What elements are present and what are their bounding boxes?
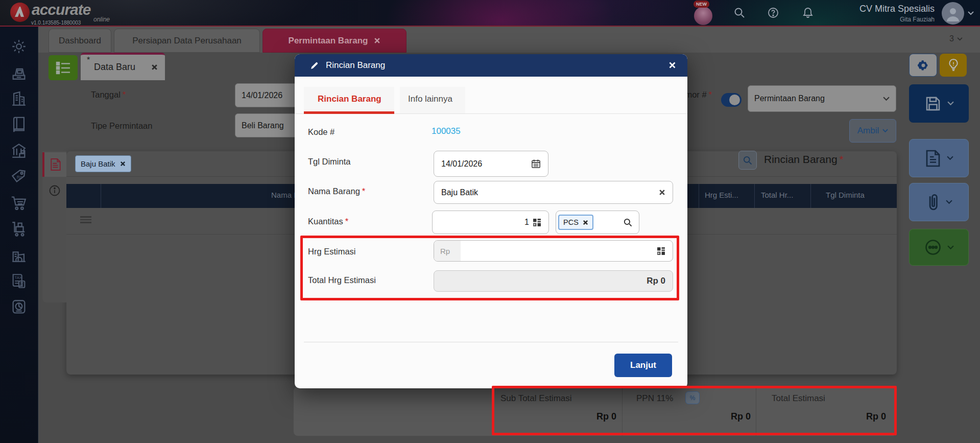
modal-title: Rincian Barang: [326, 60, 385, 71]
notifications-bell-icon[interactable]: [802, 7, 814, 19]
kuantitas-label: Kuantitas*: [308, 217, 348, 226]
panel-side-tabs: [42, 151, 66, 302]
info-icon: [49, 184, 61, 197]
lightbulb-icon: [948, 59, 959, 72]
nama-barang-input[interactable]: Baju Batik: [434, 181, 673, 204]
delivery-trolley-icon[interactable]: [10, 220, 28, 238]
modal-tab-rincian-barang[interactable]: Rincian Barang: [318, 94, 381, 104]
modal-footer-divider: [304, 342, 678, 342]
journal-book-icon[interactable]: [10, 116, 28, 133]
template-select[interactable]: Permintaan Barang: [748, 85, 896, 112]
tab-item-info[interactable]: [42, 178, 66, 203]
document-tab-label: Data Baru: [94, 62, 135, 73]
cash-register-icon[interactable]: [10, 64, 28, 81]
clear-input-icon[interactable]: [659, 189, 665, 196]
shopping-cart-icon[interactable]: [10, 194, 28, 212]
user-menu-chevron-icon[interactable]: [968, 11, 974, 15]
company-user-block[interactable]: CV Mitra Spesialis Gita Fauziah: [859, 4, 935, 23]
unit-select-field[interactable]: PCS: [556, 211, 639, 234]
module-tab-bar: Dashboard Persiapan Data Perusahaan Perm…: [38, 27, 980, 53]
company-name: CV Mitra Spesialis: [859, 4, 935, 14]
chevron-down-icon: [947, 156, 953, 160]
tab-dashboard[interactable]: Dashboard: [49, 29, 111, 53]
tgl-diminta-input[interactable]: 14/01/2026: [434, 151, 548, 177]
app-version: v1.0.1#3585-1880003: [31, 20, 81, 26]
gear-icon: [917, 59, 929, 72]
tax-documents-icon[interactable]: TAX: [10, 272, 28, 290]
tab-overflow-dropdown[interactable]: 3: [949, 34, 963, 43]
calculator-icon[interactable]: [533, 218, 541, 227]
list-view-button[interactable]: [49, 55, 78, 80]
pencil-edit-icon: [310, 61, 319, 70]
filter-chip-baju-batik[interactable]: Baju Batik: [75, 155, 131, 172]
report-pie-icon[interactable]: [10, 298, 28, 316]
search-icon: [743, 155, 753, 166]
mascot-avatar: [694, 7, 712, 25]
tips-lamp-button[interactable]: [940, 54, 967, 77]
tanggal-label: Tanggal*: [91, 90, 126, 100]
print-document-button[interactable]: [909, 139, 969, 177]
modal-tab-info-lainnya[interactable]: Info lainnya: [408, 94, 452, 104]
form-settings-button[interactable]: [909, 54, 937, 77]
bank-building-icon[interactable]: [10, 142, 28, 159]
document-tab-data-baru[interactable]: * Data Baru: [81, 53, 165, 80]
search-unit-icon[interactable]: [623, 218, 633, 227]
nomor-auto-toggle[interactable]: [721, 93, 742, 107]
row-drag-handle[interactable]: [80, 216, 91, 225]
unsaved-marker: *: [87, 56, 90, 65]
col-tgl-diminta: Tgl Diminta: [826, 191, 865, 199]
save-button[interactable]: [909, 84, 969, 123]
attachment-button[interactable]: [909, 183, 969, 221]
calendar-icon: [531, 159, 541, 169]
item-search-button[interactable]: [738, 151, 757, 170]
tab-item-detail[interactable]: [42, 152, 66, 177]
nama-barang-label: Nama Barang*: [308, 186, 365, 196]
search-icon[interactable]: [733, 7, 746, 19]
floppy-save-icon: [924, 95, 942, 113]
rincian-barang-modal: Rincian Barang Rincian Barang Info lainn…: [295, 54, 687, 388]
toggle-knob: [729, 95, 740, 105]
active-tab-underline: [304, 111, 394, 114]
ambil-button[interactable]: Ambil: [849, 119, 896, 143]
svg-text:TAX: TAX: [15, 275, 22, 280]
tab-persiapan-data-perusahaan[interactable]: Persiapan Data Perusahaan: [114, 29, 260, 53]
company-building-icon[interactable]: [10, 90, 28, 107]
sidebar-nav: Rp TAX: [0, 27, 38, 443]
topbar: accurate online v1.0.1#3585-1880003 NEW …: [0, 0, 980, 27]
svg-text:Rp: Rp: [17, 175, 22, 180]
annotation-box-totals: [492, 386, 897, 435]
help-icon[interactable]: [767, 7, 779, 19]
fixed-asset-icon[interactable]: [10, 246, 28, 264]
kuantitas-input[interactable]: 1: [432, 211, 549, 234]
document-icon: [924, 149, 942, 168]
modal-close-icon[interactable]: [668, 61, 676, 69]
document-icon: [50, 158, 61, 171]
whats-new-avatar[interactable]: NEW: [692, 1, 714, 26]
more-actions-button[interactable]: [909, 229, 969, 266]
user-avatar[interactable]: [942, 2, 964, 25]
lanjut-button[interactable]: Lanjut: [614, 354, 672, 377]
unit-chip[interactable]: PCS: [558, 215, 593, 230]
remove-unit-icon[interactable]: [583, 220, 588, 225]
chevron-down-icon: [883, 97, 890, 101]
modal-header: Rincian Barang: [295, 54, 687, 77]
chevron-down-icon: [947, 101, 954, 106]
tab-permintaan-barang[interactable]: Permintaan Barang: [262, 29, 407, 53]
col-hrg-estimasi: Hrg Esti...: [705, 191, 738, 199]
panel-title: Rincian Barang*: [764, 153, 844, 166]
kode-value[interactable]: 100035: [432, 126, 461, 136]
paperclip-icon: [925, 193, 941, 212]
brand-suffix: online: [93, 16, 110, 23]
price-tag-rp-icon[interactable]: Rp: [10, 168, 28, 185]
close-document-icon[interactable]: [151, 64, 158, 71]
circle-ellipsis-icon: [924, 238, 942, 257]
remove-chip-icon[interactable]: [120, 161, 126, 167]
tipe-permintaan-label: Tipe Permintaan: [91, 121, 152, 131]
app-window: accurate online v1.0.1#3585-1880003 NEW …: [0, 0, 980, 443]
chevron-down-icon: [947, 245, 954, 250]
close-tab-icon[interactable]: [374, 37, 380, 44]
col-total-hrg: Total Hr...: [761, 191, 793, 199]
tgl-diminta-label: Tgl Diminta: [308, 157, 350, 167]
settings-gear-icon[interactable]: [10, 38, 28, 55]
chevron-down-icon: [882, 129, 888, 133]
